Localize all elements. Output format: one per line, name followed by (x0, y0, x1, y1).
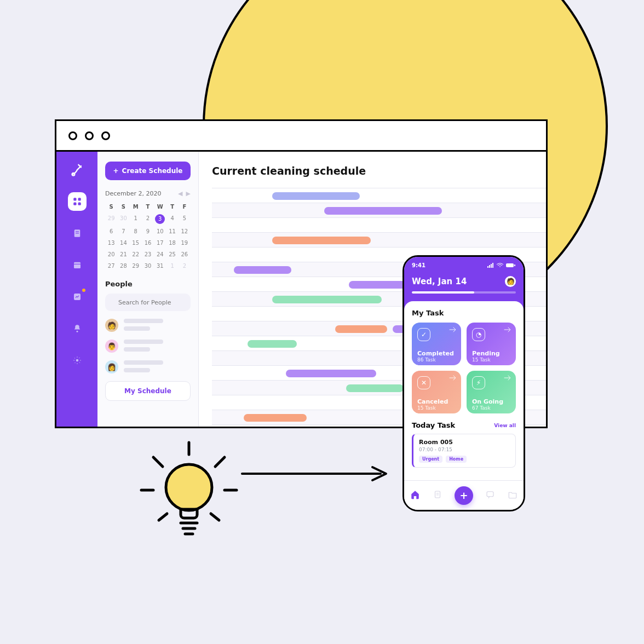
calendar-day[interactable]: 1 (166, 261, 178, 271)
card-pending[interactable]: ◔ Pending 15 Task (467, 323, 516, 365)
create-schedule-label: Create Schedule (122, 167, 183, 175)
calendar-day[interactable]: 15 (130, 238, 142, 248)
window-control-close[interactable] (68, 131, 77, 140)
calendar-day[interactable]: 21 (117, 249, 129, 260)
calendar-day[interactable]: 8 (130, 226, 142, 237)
calendar-dow: S (117, 202, 129, 212)
people-search[interactable] (105, 294, 191, 311)
my-schedule-button[interactable]: My Schedule (105, 381, 191, 401)
gantt-bar[interactable] (234, 266, 291, 274)
card-completed[interactable]: ✓ Completed 86 Task (412, 323, 461, 365)
calendar-day[interactable]: 30 (117, 213, 129, 225)
svg-rect-21 (487, 491, 493, 496)
calendar-day[interactable]: 10 (154, 226, 166, 237)
calendar-next-icon[interactable]: ▶ (186, 190, 191, 197)
view-all-link[interactable]: View all (494, 423, 516, 428)
bolt-icon: ⚡ (472, 376, 485, 389)
person-item[interactable]: 👩 (105, 360, 191, 373)
card-canceled-title: Canceled (417, 398, 456, 405)
tab-doc[interactable] (433, 490, 442, 502)
person-item[interactable]: 🧑 (105, 319, 191, 332)
calendar-day[interactable]: 2 (179, 261, 191, 271)
svg-rect-18 (506, 263, 514, 267)
schedule-title: Current cleaning schedule (212, 165, 546, 177)
gantt-bar[interactable] (324, 207, 442, 215)
gantt-bar[interactable] (346, 384, 404, 392)
gantt-bar[interactable] (244, 414, 307, 422)
calendar-day[interactable]: 29 (105, 213, 117, 225)
search-input[interactable] (117, 298, 199, 307)
calendar-day[interactable]: 25 (166, 249, 178, 260)
svg-point-29 (166, 464, 212, 510)
calendar-day[interactable]: 23 (142, 249, 154, 260)
tab-chat[interactable] (485, 490, 495, 502)
sidebar-item-analytics[interactable] (68, 288, 87, 306)
window-control-max[interactable] (101, 131, 110, 140)
arrow-illustration (241, 465, 389, 482)
calendar-day[interactable]: 9 (142, 226, 154, 237)
calendar-day[interactable]: 3 (155, 214, 165, 224)
calendar-day[interactable]: 30 (142, 261, 154, 271)
card-ongoing[interactable]: ⚡ On Going 67 Task (467, 371, 516, 413)
calendar-day[interactable]: 17 (154, 238, 166, 248)
calendar-day[interactable]: 28 (117, 261, 129, 271)
sidebar-item-documents[interactable] (68, 224, 87, 243)
calendar-day[interactable]: 16 (142, 238, 154, 248)
sidebar-item-calendar[interactable] (68, 256, 87, 274)
card-canceled[interactable]: ✕ Canceled 15 Task (412, 371, 461, 413)
sidebar-item-notifications[interactable] (68, 319, 87, 338)
wifi-icon (496, 263, 504, 268)
tab-add-fab[interactable]: + (455, 486, 473, 505)
calendar-day[interactable]: 19 (179, 238, 191, 248)
calendar-day[interactable]: 6 (105, 226, 117, 237)
tab-home[interactable] (410, 490, 420, 502)
calendar-day[interactable]: 13 (105, 238, 117, 248)
gantt-bar[interactable] (248, 340, 297, 348)
calendar-day[interactable]: 14 (117, 238, 129, 248)
calendar-day[interactable]: 1 (130, 213, 142, 225)
gantt-bar[interactable] (272, 237, 371, 244)
svg-rect-16 (491, 264, 492, 268)
calendar-day[interactable]: 11 (166, 226, 178, 237)
gantt-bar[interactable] (286, 370, 376, 377)
calendar-day[interactable]: 24 (154, 249, 166, 260)
calendar-dow: F (179, 202, 191, 212)
calendar-prev-icon[interactable]: ◀ (178, 190, 182, 197)
gantt-bar[interactable] (272, 296, 382, 303)
gantt-bar[interactable] (349, 281, 406, 289)
sidebar-item-settings[interactable] (68, 351, 87, 370)
calendar-day[interactable]: 26 (179, 249, 191, 260)
calendar-day[interactable]: 2 (142, 213, 154, 225)
window-control-min[interactable] (85, 131, 94, 140)
calendar-dow: M (130, 202, 142, 212)
calendar-day[interactable]: 22 (130, 249, 142, 260)
card-pending-title: Pending (472, 350, 510, 357)
calendar-day[interactable]: 4 (166, 213, 178, 225)
calendar-day[interactable]: 5 (179, 213, 191, 225)
calendar-day[interactable]: 31 (154, 261, 166, 271)
calendar-dow: T (166, 202, 178, 212)
tab-folder[interactable] (508, 490, 518, 502)
gantt-bar[interactable] (335, 325, 387, 333)
avatar: 🧑 (105, 319, 118, 332)
calendar-day[interactable]: 18 (166, 238, 178, 248)
calendar-dow: T (142, 202, 154, 212)
create-schedule-button[interactable]: + Create Schedule (105, 162, 191, 180)
calendar-day[interactable]: 7 (117, 226, 129, 237)
person-item[interactable]: 👨 (105, 340, 191, 353)
gantt-bar[interactable] (272, 192, 360, 200)
calendar-day[interactable]: 27 (105, 261, 117, 271)
sidebar-item-dashboard[interactable] (68, 192, 87, 211)
phone-avatar[interactable]: 🧑 (505, 276, 516, 287)
card-pending-sub: 15 Task (472, 357, 510, 363)
svg-rect-6 (76, 231, 79, 232)
my-schedule-label: My Schedule (124, 387, 171, 395)
today-task-item[interactable]: Room 005 07:00 - 07:15 UrgentHome (412, 434, 516, 468)
lightbulb-illustration (137, 438, 241, 542)
calendar-day[interactable]: 20 (105, 249, 117, 260)
calendar-day[interactable]: 29 (130, 261, 142, 271)
calendar-day[interactable]: 12 (179, 226, 191, 237)
clock-icon: ◔ (472, 328, 485, 341)
avatar: 👩 (105, 360, 118, 373)
window-chrome (56, 121, 546, 152)
